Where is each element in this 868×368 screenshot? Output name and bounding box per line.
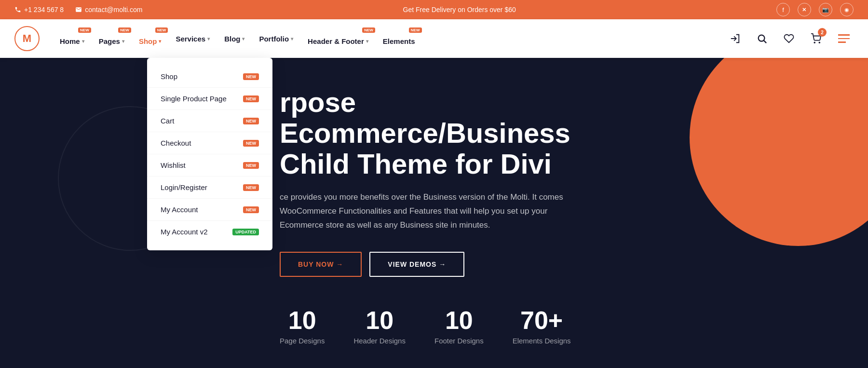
cart-count: 2 [818, 28, 827, 37]
nav-item-shop[interactable]: Shop NEW ▾ [133, 28, 167, 49]
dropdown-item-cart[interactable]: Cart NEW [147, 110, 272, 132]
svg-point-2 [814, 42, 815, 43]
dropdown-badge-my-account-v2: UPDATED [232, 229, 259, 235]
stat-page-designs: 10 Page Designs [280, 306, 325, 345]
dropdown-item-single-product[interactable]: Single Product Page NEW [147, 88, 272, 110]
facebook-icon[interactable]: f [776, 3, 790, 16]
promo-text: Get Free Delivery on Orders over $60 [403, 6, 516, 14]
dropdown-item-my-account[interactable]: My Account NEW [147, 199, 272, 221]
social-icons: f ✕ 📷 ◉ [776, 3, 854, 16]
dropdown-item-login-register[interactable]: Login/Register NEW [147, 177, 272, 199]
hamburger-line-1 [838, 34, 850, 36]
search-button[interactable] [753, 30, 771, 47]
stat-footer-designs-number: 10 [434, 306, 484, 335]
nav-item-blog[interactable]: Blog ▾ [218, 31, 250, 47]
dropdown-label-wishlist: Wishlist [161, 161, 186, 169]
stat-header-designs-number: 10 [353, 306, 406, 335]
dropdown-item-checkout[interactable]: Checkout NEW [147, 132, 272, 154]
hamburger-line-2 [838, 38, 850, 40]
hero-title-line2: Child Theme for Divi [280, 148, 552, 179]
nav-item-elements[interactable]: Elements NEW [377, 28, 421, 49]
stat-footer-designs: 10 Footer Designs [434, 306, 484, 345]
nav-badge-elements: NEW [409, 27, 422, 33]
dropdown-label-my-account-v2: My Account v2 [161, 228, 208, 236]
wishlist-button[interactable] [780, 30, 798, 47]
stat-page-designs-label: Page Designs [280, 337, 325, 345]
nav-label-elements: Elements [383, 37, 415, 45]
hero-title: rpose Ecommerce/Business Child Theme for… [280, 87, 641, 179]
dropdown-badge-cart: NEW [243, 118, 259, 124]
svg-line-1 [764, 41, 766, 43]
nav-badge-header-footer: NEW [362, 27, 375, 33]
hamburger-line-3 [838, 41, 846, 43]
dropdown-badge-login-register: NEW [243, 184, 259, 191]
email: contact@molti.com [75, 6, 142, 14]
hamburger-menu[interactable] [834, 30, 854, 47]
dropdown-item-wishlist[interactable]: Wishlist NEW [147, 154, 272, 177]
nav-item-portfolio[interactable]: Portfolio ▾ [253, 31, 299, 47]
cart-button[interactable]: 2 [807, 30, 825, 47]
login-button[interactable] [726, 30, 744, 47]
chevron-services: ▾ [207, 36, 210, 41]
nav-badge-shop: NEW [155, 27, 168, 33]
nav-item-header-footer[interactable]: Header & Footer NEW ▾ [302, 28, 374, 49]
shop-dropdown: Shop NEW Single Product Page NEW Cart NE… [147, 58, 272, 250]
nav-item-home[interactable]: Home NEW ▾ [54, 28, 90, 49]
chevron-blog: ▾ [242, 36, 244, 41]
hero-content: rpose Ecommerce/Business Child Theme for… [280, 87, 641, 345]
nav-label-blog: Blog [224, 35, 240, 43]
nav-label-pages: Pages [99, 37, 120, 45]
hero-circle-decoration [690, 58, 868, 246]
dropdown-label-login-register: Login/Register [161, 183, 207, 191]
header: M Home NEW ▾ Pages NEW ▾ Shop NEW ▾ Serv… [0, 19, 868, 58]
dropdown-label-single-product: Single Product Page [161, 95, 227, 103]
nav-badge-home: NEW [78, 27, 91, 33]
dropdown-label-my-account: My Account [161, 205, 198, 214]
nav-item-pages[interactable]: Pages NEW ▾ [93, 28, 130, 49]
nav-item-services[interactable]: Services ▾ [170, 31, 216, 47]
hero-title-line1: rpose Ecommerce/Business [280, 86, 570, 149]
chevron-header-footer: ▾ [366, 39, 368, 44]
nav-label-services: Services [176, 35, 205, 43]
nav-label-portfolio: Portfolio [259, 35, 289, 43]
chevron-home: ▾ [82, 39, 84, 44]
svg-point-0 [759, 35, 765, 41]
hero-section: rpose Ecommerce/Business Child Theme for… [0, 58, 868, 368]
phone: +1 234 567 8 [14, 6, 64, 14]
nav-badge-pages: NEW [118, 27, 131, 33]
twitter-icon[interactable]: ✕ [798, 3, 811, 16]
hero-buttons: BUY NOW → VIEW DEMOS → [280, 252, 641, 277]
stat-elements-designs-label: Elements Designs [513, 337, 571, 345]
svg-point-3 [819, 42, 820, 43]
nav-label-home: Home [60, 37, 80, 45]
buy-now-button[interactable]: BUY NOW → [280, 252, 362, 277]
view-demos-button[interactable]: VIEW DEMOS → [369, 252, 464, 277]
stat-header-designs-label: Header Designs [353, 337, 406, 345]
header-actions: 2 [726, 30, 854, 47]
chevron-pages: ▾ [122, 39, 124, 44]
nav-label-header-footer: Header & Footer [308, 37, 364, 45]
dropdown-badge-my-account: NEW [243, 206, 259, 213]
top-bar: +1 234 567 8 contact@molti.com Get Free … [0, 0, 868, 19]
dropdown-item-shop[interactable]: Shop NEW [147, 66, 272, 88]
dropdown-label-shop: Shop [161, 72, 177, 81]
dribbble-icon[interactable]: ◉ [840, 3, 854, 16]
chevron-portfolio: ▾ [291, 36, 293, 41]
logo[interactable]: M [14, 26, 40, 51]
stat-elements-designs-number: 70+ [513, 306, 571, 335]
dropdown-badge-checkout: NEW [243, 140, 259, 147]
stat-header-designs: 10 Header Designs [353, 306, 406, 345]
nav-label-shop: Shop [139, 37, 157, 45]
hero-stats: 10 Page Designs 10 Header Designs 10 Foo… [280, 306, 641, 345]
logo-letter: M [23, 32, 31, 45]
dropdown-badge-shop: NEW [243, 73, 259, 80]
top-bar-left: +1 234 567 8 contact@molti.com [14, 6, 142, 14]
dropdown-badge-wishlist: NEW [243, 162, 259, 169]
main-nav: Home NEW ▾ Pages NEW ▾ Shop NEW ▾ Servic… [54, 28, 726, 49]
chevron-shop: ▾ [159, 39, 161, 44]
dropdown-badge-single-product: NEW [243, 95, 259, 102]
instagram-icon[interactable]: 📷 [819, 3, 832, 16]
dropdown-item-my-account-v2[interactable]: My Account v2 UPDATED [147, 221, 272, 243]
dropdown-label-cart: Cart [161, 117, 174, 125]
stat-footer-designs-label: Footer Designs [434, 337, 484, 345]
